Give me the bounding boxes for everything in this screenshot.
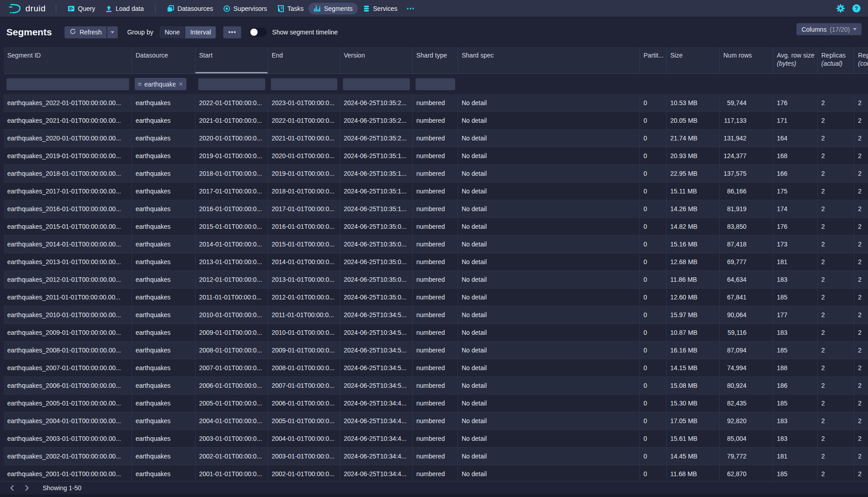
column-header-version[interactable]: Version — [340, 47, 413, 73]
column-header-start[interactable]: Start — [195, 47, 268, 73]
cell-end: 2010-01-01T00:00:0... — [268, 324, 340, 341]
cell-version: 2024-06-25T10:35:2... — [340, 94, 413, 111]
cell-datasource: earthquakes — [132, 430, 195, 447]
filter-input-end[interactable] — [271, 78, 337, 90]
table-row[interactable]: earthquakes_2003-01-01T00:00:00.00...ear… — [4, 430, 868, 448]
filter-input-segment_id[interactable] — [6, 78, 129, 90]
table-row[interactable]: earthquakes_2002-01-01T00:00:00.00...ear… — [4, 448, 868, 465]
nav-item-datasources[interactable]: Datasources — [162, 3, 218, 14]
cell-end: 2021-01-01T00:00:0... — [268, 130, 340, 147]
nav-more-button[interactable] — [402, 3, 419, 14]
column-header-replication_factor[interactable]: Replication factor(configured) — [854, 47, 868, 73]
cell-num_rows: 64,634 — [720, 271, 773, 288]
nav-item-services[interactable]: Services — [358, 3, 403, 14]
druid-logo[interactable]: druid — [5, 3, 49, 14]
filter-input-start[interactable] — [198, 78, 265, 90]
cell-size: 14.15 MB — [667, 359, 720, 376]
column-header-segment_id[interactable]: Segment ID — [4, 47, 132, 73]
column-header-size[interactable]: Size — [667, 47, 720, 73]
table-row[interactable]: earthquakes_2019-01-01T00:00:00.00...ear… — [4, 147, 868, 165]
table-row[interactable]: earthquakes_2012-01-01T00:00:00.00...ear… — [4, 271, 868, 289]
cell-version: 2024-06-25T10:34:5... — [340, 377, 413, 394]
table-row[interactable]: earthquakes_2014-01-01T00:00:00.00...ear… — [4, 236, 868, 253]
cell-num_rows: 67,841 — [720, 289, 773, 306]
table-row[interactable]: earthquakes_2004-01-01T00:00:00.00...ear… — [4, 412, 868, 430]
nav-item-query[interactable]: Query — [63, 3, 100, 14]
cell-datasource: earthquakes — [132, 236, 195, 253]
cell-size: 15.97 MB — [667, 306, 720, 323]
column-header-shard_spec[interactable]: Shard spec — [458, 47, 640, 73]
column-header-avg_row_size[interactable]: Avg. row size(bytes) — [773, 47, 818, 73]
cell-datasource: earthquakes — [132, 465, 195, 483]
help-icon[interactable]: ? — [852, 4, 861, 13]
columns-button[interactable]: Columns (17/20) — [796, 23, 862, 35]
cell-replicas: 2 — [818, 271, 854, 288]
cell-num_rows: 79,772 — [720, 448, 773, 465]
page-title: Segments — [6, 27, 52, 38]
table-row[interactable]: earthquakes_2020-01-01T00:00:00.00...ear… — [4, 130, 868, 147]
column-header-shard_type[interactable]: Shard type — [413, 47, 458, 73]
previous-page-button[interactable] — [6, 483, 18, 493]
column-header-partition[interactable]: Partit... — [640, 47, 667, 73]
cell-partition: 0 — [640, 183, 667, 200]
close-icon[interactable]: ✕ — [178, 81, 183, 87]
cell-segment_id: earthquakes_2020-01-01T00:00:00.00... — [4, 130, 132, 147]
cell-replicas: 2 — [818, 253, 854, 270]
column-header-num_rows[interactable]: Num rows — [720, 47, 773, 73]
filter-input-shard_type[interactable] — [415, 78, 455, 90]
cell-size: 15.30 MB — [667, 395, 720, 412]
cell-avg_row_size: 185 — [773, 395, 818, 412]
cell-shard_spec: No detail — [458, 271, 640, 288]
column-header-replicas[interactable]: Replicas(actual) — [818, 47, 854, 73]
table-row[interactable]: earthquakes_2022-01-01T00:00:00.00...ear… — [4, 94, 868, 112]
cell-replication_factor: 2 — [854, 147, 868, 164]
table-row[interactable]: earthquakes_2017-01-01T00:00:00.00...ear… — [4, 183, 868, 200]
refresh-dropdown-button[interactable] — [107, 26, 118, 39]
cell-replication_factor: 2 — [854, 324, 868, 341]
toolbar-more-button[interactable]: ••• — [223, 26, 241, 39]
nav-item-segments[interactable]: Segments — [308, 3, 357, 14]
table-row[interactable]: earthquakes_2006-01-01T00:00:00.00...ear… — [4, 377, 868, 395]
column-header-end[interactable]: End — [268, 47, 340, 73]
table-row[interactable]: earthquakes_2015-01-01T00:00:00.00...ear… — [4, 218, 868, 236]
next-page-button[interactable] — [21, 483, 33, 493]
cell-replication_factor: 2 — [854, 395, 868, 412]
datasources-icon — [167, 5, 174, 12]
table-row[interactable]: earthquakes_2007-01-01T00:00:00.00...ear… — [4, 359, 868, 377]
table-row[interactable]: earthquakes_2001-01-01T00:00:00.00...ear… — [4, 465, 868, 483]
table-row[interactable]: earthquakes_2008-01-01T00:00:00.00...ear… — [4, 342, 868, 359]
cell-end: 2011-01-01T00:00:0... — [268, 306, 340, 323]
nav-item-tasks[interactable]: Tasks — [272, 3, 309, 14]
cell-replication_factor: 2 — [854, 306, 868, 323]
table-row[interactable]: earthquakes_2013-01-01T00:00:00.00...ear… — [4, 253, 868, 271]
cell-end: 2008-01-01T00:00:0... — [268, 359, 340, 376]
table-row[interactable]: earthquakes_2005-01-01T00:00:00.00...ear… — [4, 395, 868, 412]
cell-datasource: earthquakes — [132, 359, 195, 376]
table-row[interactable]: earthquakes_2018-01-01T00:00:00.00...ear… — [4, 165, 868, 183]
settings-gear-icon[interactable] — [836, 4, 845, 13]
column-header-datasource[interactable]: Datasource — [132, 47, 195, 73]
cell-version: 2024-06-25T10:35:1... — [340, 165, 413, 182]
cell-size: 22.95 MB — [667, 165, 720, 182]
table-row[interactable]: earthquakes_2021-01-01T00:00:00.00...ear… — [4, 112, 868, 130]
filter-input-version[interactable] — [343, 78, 410, 90]
group-by-none-button[interactable]: None — [160, 26, 185, 39]
table-row[interactable]: earthquakes_2009-01-01T00:00:00.00...ear… — [4, 324, 868, 342]
group-by-interval-button[interactable]: Interval — [185, 26, 216, 39]
cell-avg_row_size: 177 — [773, 306, 818, 323]
filter-tag-datasource[interactable]: =earthquake✕ — [135, 78, 186, 90]
nav-item-load-data[interactable]: Load data — [100, 3, 149, 14]
cell-segment_id: earthquakes_2008-01-01T00:00:00.00... — [4, 342, 132, 359]
cell-start: 2007-01-01T00:00:0... — [195, 359, 268, 376]
cell-end: 2012-01-01T00:00:0... — [268, 289, 340, 306]
cell-shard_type: numbered — [413, 94, 458, 111]
table-row[interactable]: earthquakes_2010-01-01T00:00:00.00...ear… — [4, 306, 868, 324]
cell-replication_factor: 2 — [854, 130, 868, 147]
cell-avg_row_size: 183 — [773, 271, 818, 288]
table-row[interactable]: earthquakes_2016-01-01T00:00:00.00...ear… — [4, 200, 868, 218]
nav-item-supervisors[interactable]: Supervisors — [218, 3, 272, 14]
horizontal-scrollbar[interactable] — [0, 494, 868, 497]
refresh-button[interactable]: Refresh — [64, 26, 107, 39]
segment-timeline-toggle[interactable] — [249, 28, 267, 37]
table-row[interactable]: earthquakes_2011-01-01T00:00:00.00...ear… — [4, 289, 868, 306]
